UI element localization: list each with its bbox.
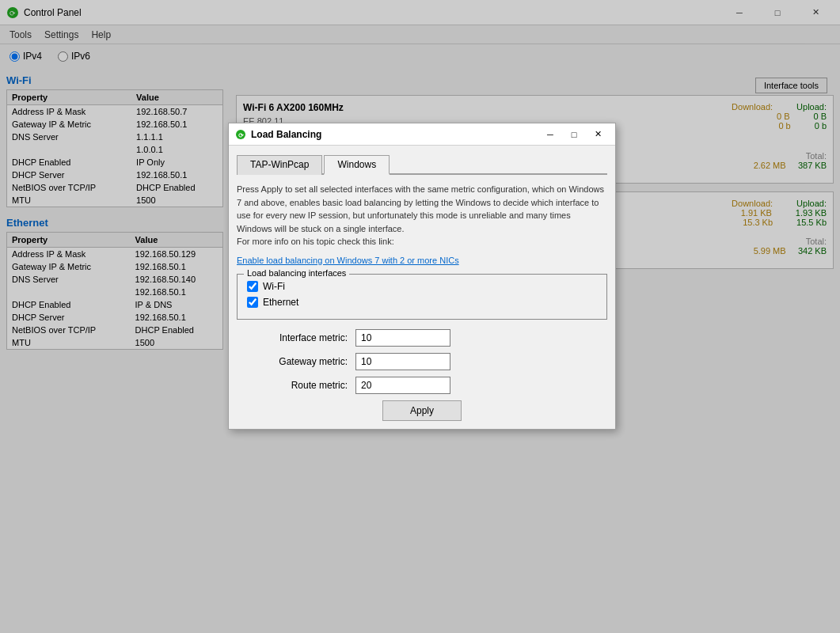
- table-row: MTU1500: [7, 336, 222, 349]
- eth-ul-bytes: 1.93 KB: [796, 208, 827, 218]
- table-row: Gateway IP & Metric192.168.50.1: [7, 118, 222, 131]
- modal-controls: ─ □ ✕: [539, 126, 609, 143]
- menu-tools[interactable]: Tools: [3, 28, 38, 42]
- table-row: Gateway IP & Metric192.168.50.1: [7, 260, 222, 273]
- menu-bar: Tools Settings Help: [0, 25, 840, 44]
- interface-metric-row: Interface metric:: [237, 329, 607, 347]
- ethernet-checkbox-label: Ethernet: [263, 297, 298, 308]
- table-row: DHCP EnabledIP & DNS: [7, 298, 222, 311]
- table-row: Address IP & Mask192.168.50.7: [7, 105, 222, 119]
- app-icon: ⟳: [6, 6, 19, 19]
- eth-total: Total: 5.99 MB 342 KB: [754, 237, 827, 256]
- modal-icon: ⟳: [235, 129, 246, 140]
- route-metric-label: Route metric:: [237, 380, 348, 391]
- modal-minimize-button[interactable]: ─: [539, 126, 561, 143]
- tab-windows[interactable]: Windows: [324, 155, 390, 175]
- eth-stats: Download: Upload: 1.91 KB 1.93 KB 15.3 K…: [684, 199, 827, 227]
- ipv4-label: IPv4: [23, 51, 42, 62]
- ethernet-info-table: Property Value Address IP & Mask192.168.…: [6, 232, 223, 350]
- route-metric-row: Route metric:: [237, 377, 607, 394]
- ipv6-radio-label[interactable]: IPv6: [58, 51, 90, 62]
- ethernet-checkbox[interactable]: [247, 297, 258, 308]
- left-panel: Wi-Fi Property Value Address IP & Mask19…: [0, 68, 230, 633]
- radio-bar: IPv4 IPv6: [0, 44, 840, 68]
- table-row: MTU1500: [7, 194, 222, 207]
- table-row: 1.0.0.1: [7, 143, 222, 156]
- modal-body: TAP-WinPcap Windows Press Apply to set a…: [229, 146, 615, 429]
- wifi-dl-bytes: 0 B: [777, 112, 790, 121]
- load-balancing-link[interactable]: Enable load balancing on Windows 7 with …: [237, 256, 459, 265]
- modal-title: Load Balancing: [251, 129, 321, 140]
- wifi-section: Wi-Fi Property Value Address IP & Mask19…: [6, 74, 223, 207]
- title-bar: ⟳ Control Panel ─ □ ✕: [0, 0, 840, 25]
- menu-help[interactable]: Help: [85, 28, 117, 42]
- modal-title-bar: ⟳ Load Balancing ─ □ ✕: [229, 123, 615, 146]
- wifi-stats: Download: Upload: 0 B 0 B 0 b 0 b: [684, 102, 827, 131]
- eth-col-property: Property: [7, 233, 131, 248]
- wifi-adapter-name: Wi-Fi 6 AX200 160MHz: [243, 102, 344, 113]
- wifi-total-label: Total:: [806, 151, 827, 161]
- ethernet-section: Ethernet Property Value Address IP & Mas…: [6, 217, 223, 350]
- eth-total-label: Total:: [806, 237, 827, 246]
- wifi-dl-bits: 0 b: [778, 121, 790, 131]
- eth-dl-bits: 15.3 Kb: [743, 218, 773, 227]
- eth-total-dl: 5.99 MB: [754, 246, 786, 256]
- ethernet-checkbox-row: Ethernet: [247, 297, 597, 308]
- ethernet-section-title: Ethernet: [6, 217, 223, 229]
- eth-total-ul: 342 KB: [798, 246, 827, 256]
- modal-maximize-button[interactable]: □: [563, 126, 585, 143]
- gateway-metric-input[interactable]: [355, 353, 450, 370]
- table-row: 192.168.50.1: [7, 286, 222, 298]
- minimize-button[interactable]: ─: [721, 0, 758, 25]
- load-balancing-modal: ⟳ Load Balancing ─ □ ✕ TAP-WinPcap Windo…: [228, 123, 616, 430]
- modal-link-container: Enable load balancing on Windows 7 with …: [237, 255, 607, 266]
- eth-ul-label: Upload:: [796, 199, 827, 208]
- wifi-total-dl: 2.62 MB: [754, 161, 786, 170]
- wifi-info-table: Property Value Address IP & Mask192.168.…: [6, 89, 223, 207]
- wifi-section-title: Wi-Fi: [6, 74, 223, 86]
- table-row: NetBIOS over TCP/IPDHCP Enabled: [7, 181, 222, 194]
- table-row: DHCP Server192.168.50.1: [7, 311, 222, 324]
- interfaces-legend: Load balancing interfaces: [244, 268, 349, 278]
- wifi-checkbox[interactable]: [247, 281, 258, 292]
- table-row: DHCP EnabledIP Only: [7, 156, 222, 169]
- close-button[interactable]: ✕: [797, 0, 834, 25]
- route-metric-input[interactable]: [355, 377, 450, 394]
- gateway-metric-label: Gateway metric:: [237, 356, 348, 367]
- window-title: Control Panel: [24, 7, 82, 18]
- menu-settings[interactable]: Settings: [38, 28, 85, 42]
- ipv4-radio-label[interactable]: IPv4: [10, 51, 42, 62]
- title-bar-controls: ─ □ ✕: [721, 0, 834, 25]
- modal-title-left: ⟳ Load Balancing: [235, 129, 321, 140]
- modal-close-button[interactable]: ✕: [587, 126, 609, 143]
- ipv6-radio[interactable]: [58, 51, 68, 62]
- svg-text:⟳: ⟳: [238, 132, 244, 139]
- interface-tools-button[interactable]: Interface tools: [755, 78, 827, 93]
- tab-tapwinpcap[interactable]: TAP-WinPcap: [237, 155, 322, 175]
- wifi-col-value: Value: [131, 90, 222, 105]
- wifi-checkbox-row: Wi-Fi: [247, 281, 597, 292]
- wifi-col-property: Property: [7, 90, 131, 105]
- table-row: DNS Server192.168.50.140: [7, 273, 222, 286]
- eth-col-value: Value: [131, 233, 222, 248]
- tab-bar: TAP-WinPcap Windows: [237, 154, 607, 175]
- wifi-checkbox-label: Wi-Fi: [263, 281, 285, 292]
- table-row: NetBIOS over TCP/IPDHCP Enabled: [7, 324, 222, 336]
- interface-metric-input[interactable]: [355, 329, 450, 347]
- table-row: Address IP & Mask192.168.50.129: [7, 248, 222, 261]
- modal-description: Press Apply to set all selected interfac…: [237, 183, 607, 248]
- ipv4-radio[interactable]: [10, 51, 20, 62]
- wifi-ul-bytes: 0 B: [813, 112, 827, 121]
- wifi-ul-bits: 0 b: [815, 121, 827, 131]
- wifi-total: Total: 2.62 MB 387 KB: [754, 151, 827, 170]
- maximize-button[interactable]: □: [759, 0, 796, 25]
- interface-metric-label: Interface metric:: [237, 332, 348, 343]
- apply-button[interactable]: Apply: [382, 400, 462, 421]
- svg-text:⟳: ⟳: [10, 9, 16, 17]
- eth-dl-bytes: 1.91 KB: [741, 208, 772, 218]
- table-row: DHCP Server192.168.50.1: [7, 169, 222, 181]
- wifi-total-ul: 387 KB: [798, 161, 827, 170]
- wifi-ul-label: Upload:: [796, 102, 827, 112]
- title-bar-left: ⟳ Control Panel: [6, 6, 82, 19]
- wifi-dl-label: Download:: [732, 102, 773, 112]
